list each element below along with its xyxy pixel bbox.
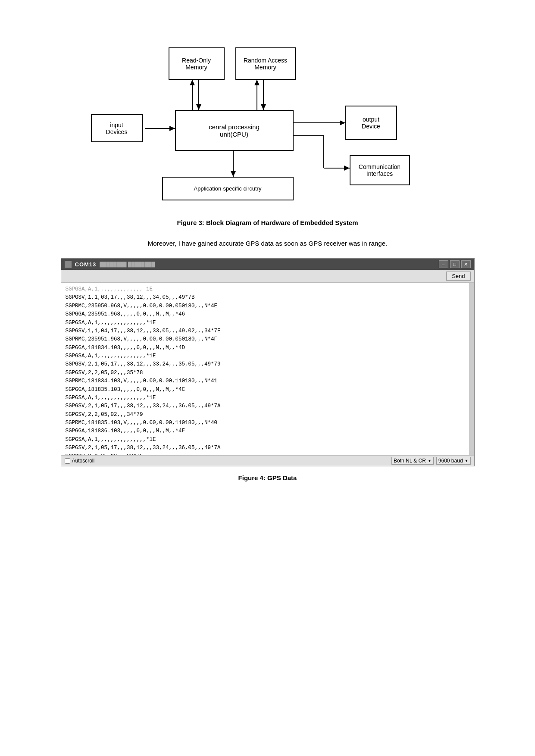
comms-block: Communication Interfaces	[350, 155, 410, 185]
terminal-line-12: $GPGSA,A,1,,,,,,,,,,,,,,,*1E	[66, 394, 465, 402]
svg-marker-7	[254, 80, 260, 85]
app-block: Application-specific circutry	[162, 177, 294, 200]
svg-marker-9	[169, 126, 175, 131]
figure3-caption: Figure 3: Block Diagram of Hardware of E…	[26, 219, 509, 226]
terminal-line-7: $GPGSA,A,1,,,,,,,,,,,,,,,*1E	[66, 352, 465, 360]
baud-dropdown-icon: ▼	[465, 459, 469, 463]
terminal-line-10: $GPRMC,181834.103,V,,,,,0.00,0.00,110180…	[66, 377, 465, 385]
autoscroll-checkbox[interactable]	[65, 458, 70, 464]
rom-block: Read-Only Memory	[169, 47, 225, 80]
terminal-statusbar: Autoscroll Both NL & CR ▼ 9600 baud ▼	[61, 455, 474, 466]
terminal-window: COM13 ████████ ████████ – □ ✕ Send $GPGS…	[61, 258, 475, 466]
terminal-line-15: $GPRMC,181835.103,V,,,,,0.00,0.00,110180…	[66, 419, 465, 427]
svg-marker-17	[231, 171, 236, 177]
terminal-line-0: $GPGSV,1,1,03,17,,,38,12,,,34,05,,,49*7B	[66, 294, 465, 302]
autoscroll-label: Autoscroll	[72, 458, 95, 464]
ram-block: Random Access Memory	[235, 47, 296, 80]
terminal-line-3: $GPGSA,A,1,,,,,,,,,,,,,,,*1E	[66, 319, 465, 327]
terminal-icon	[65, 261, 72, 268]
terminal-line-5: $GPRMC,235951.968,V,,,,,0.00,0.00,050180…	[66, 335, 465, 344]
svg-marker-11	[340, 120, 345, 125]
svg-marker-1	[196, 104, 201, 110]
terminal-toolbar: Send	[61, 270, 474, 283]
terminal-line-9: $GPGSV,2,2,05,02,,,35*78	[66, 369, 465, 377]
nl-cr-select[interactable]: Both NL & CR ▼	[391, 457, 434, 465]
terminal-line-2: $GPGGA,235951.968,,,,,0,0,,,M,,M,,*46	[66, 310, 465, 319]
cpu-block: cenral processing unit(CPU)	[175, 110, 294, 151]
terminal-title: COM13	[75, 261, 97, 268]
terminal-line-16: $GPGGA,181836.103,,,,,0,0,,,M,,M,,*4F	[66, 427, 465, 435]
maximize-button[interactable]: □	[450, 260, 460, 268]
output-block: output Device	[345, 106, 397, 140]
nl-cr-dropdown-icon: ▼	[428, 459, 432, 463]
minimize-button[interactable]: –	[439, 260, 448, 268]
terminal-line-11: $GPGGA,181835.103,,,,,0,0,,,M,,M,,*4C	[66, 386, 465, 394]
svg-marker-5	[261, 104, 266, 110]
titlebar-extra: ████████ ████████	[100, 262, 155, 267]
body-text: Moreover, I have gained accurate GPS dat…	[43, 238, 492, 249]
close-button[interactable]: ✕	[461, 260, 471, 268]
svg-marker-15	[344, 166, 350, 171]
baud-label: 9600 baud	[438, 458, 463, 464]
terminal-line-partial: $GPGSA,A,1,,,,,,,,,,,,,, 1E	[66, 285, 465, 294]
terminal-line-6: $GPGGA,181834.103,,,,,0,0,,,M,,M,,*4D	[66, 344, 465, 352]
block-diagram: Read-Only Memory Random Access Memory ce…	[82, 30, 453, 211]
diagram-section: Read-Only Memory Random Access Memory ce…	[74, 30, 462, 211]
baud-select[interactable]: 9600 baud ▼	[436, 457, 471, 465]
terminal-line-8: $GPGSV,2,1,05,17,,,38,12,,,33,24,,,35,05…	[66, 360, 465, 369]
nl-cr-label: Both NL & CR	[394, 458, 426, 464]
figure4-caption: Figure 4: GPS Data	[26, 474, 509, 481]
titlebar-left: COM13 ████████ ████████	[65, 261, 155, 268]
titlebar-buttons: – □ ✕	[439, 260, 471, 268]
terminal-line-18: $GPGSV,2,1,05,17,,,38,12,,,33,24,,,36,05…	[66, 444, 465, 452]
terminal-line-13: $GPGSV,2,1,05,17,,,38,12,,,33,24,,,36,05…	[66, 402, 465, 410]
terminal-line-14: $GPGSV,2,2,05,02,,,34*79	[66, 411, 465, 419]
terminal-body[interactable]: $GPGSA,A,1,,,,,,,,,,,,,, 1E $GPGSV,1,1,0…	[61, 283, 474, 455]
svg-marker-3	[190, 80, 195, 85]
send-button[interactable]: Send	[446, 272, 470, 281]
terminal-line-4: $GPGSV,1,1,04,17,,,38,12,,,33,05,,,49,02…	[66, 327, 465, 335]
input-block: input Devices	[91, 114, 143, 142]
terminal-line-1: $GPRMC,235950.968,V,,,,,0.00,0.00,050180…	[66, 302, 465, 310]
autoscroll-container[interactable]: Autoscroll	[65, 458, 95, 464]
terminal-titlebar: COM13 ████████ ████████ – □ ✕	[61, 259, 474, 270]
terminal-line-17: $GPGSA,A,1,,,,,,,,,,,,,,,*1E	[66, 436, 465, 444]
